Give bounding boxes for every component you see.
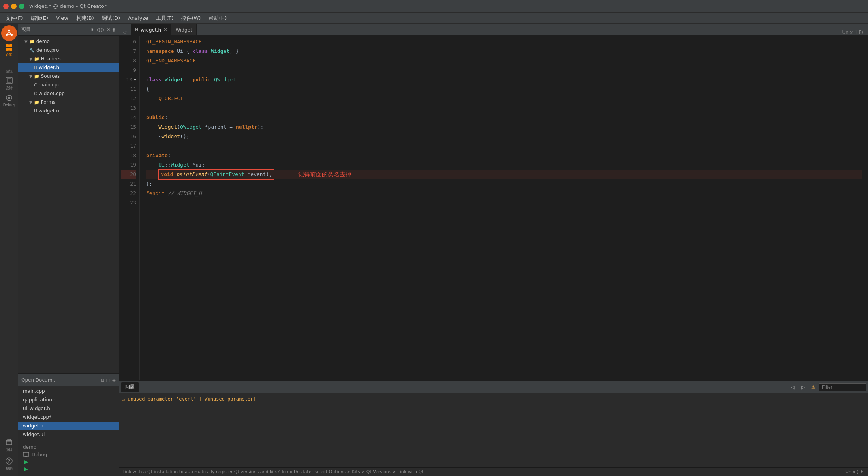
tab-issues[interactable]: 问题 — [121, 382, 139, 392]
sidebar-design[interactable]: 设计 — [1, 76, 17, 92]
menu-edit[interactable]: 编辑(E) — [27, 13, 52, 23]
ln-6: 6 — [121, 37, 136, 47]
menu-build[interactable]: 构建(B) — [72, 13, 98, 23]
ln-15: 15 — [121, 122, 136, 132]
code-line-10: class Widget : public QWidget — [146, 75, 862, 84]
ln-9: 9 — [121, 66, 136, 75]
sidebar-project[interactable]: 项目 — [1, 437, 17, 453]
menu-file[interactable]: 文件(F) — [2, 13, 27, 23]
code-line-11: { — [146, 84, 862, 94]
main-layout: 欢迎 编辑 设计 Debug 项目 ? 帮助 项目 — [0, 24, 868, 476]
svg-rect-4 — [6, 44, 9, 47]
warning-filter-btn[interactable]: ⚠ — [809, 383, 817, 392]
ln-13: 13 — [121, 103, 136, 113]
annotation-text: 记得前面的类名去掉 — [298, 170, 351, 179]
tree-item-sources[interactable]: ▼ 📁 Sources — [18, 72, 119, 81]
debug-section: demo Debug — [18, 443, 119, 474]
tree-item-forms[interactable]: ▼ 📁 Forms — [18, 98, 119, 107]
tree-label-main-cpp: main.cpp — [39, 82, 61, 88]
svg-point-14 — [8, 97, 10, 99]
tree-item-widget-h[interactable]: H widget.h — [18, 63, 119, 72]
menu-analyze[interactable]: Analyze — [124, 13, 152, 22]
tab-widget[interactable]: Widget — [171, 24, 196, 35]
minimize-button[interactable] — [11, 4, 17, 9]
open-docs-btn2[interactable]: □ — [106, 377, 110, 383]
svg-rect-19 — [23, 452, 29, 456]
sidebar-help[interactable]: ? 帮助 — [1, 456, 17, 472]
line-numbers: 6 7 8 9 10▼ 11 12 13 14 15 16 17 18 19 2… — [119, 36, 140, 380]
editor-content[interactable]: 6 7 8 9 10▼ 11 12 13 14 15 16 17 18 19 2… — [119, 36, 868, 380]
project-toolbar-btn5[interactable]: ◈ — [112, 27, 116, 32]
tree-label-sources: Sources — [41, 73, 60, 79]
ln-12: 12 — [121, 94, 136, 103]
tree-label-widget-cpp: widget.cpp — [39, 91, 65, 96]
warning-text: unused parameter 'event' [-Wunused-param… — [128, 396, 256, 402]
code-line-8: QT_END_NAMESPACE — [146, 56, 862, 66]
doc-item-main-cpp[interactable]: main.cpp — [18, 387, 119, 395]
ui-file-icon: U — [34, 109, 37, 114]
tree-label-forms: Forms — [41, 99, 55, 105]
ln-18: 18 — [121, 151, 136, 160]
open-docs-header: Open Docum... ⊠ □ ◈ — [18, 374, 119, 386]
open-docs-panel: Open Docum... ⊠ □ ◈ main.cpp qapplicatio… — [18, 373, 119, 476]
nav-forward-btn[interactable]: ▷ — [798, 383, 807, 392]
project-toolbar-btn3[interactable]: ▷ — [101, 27, 105, 32]
menu-view[interactable]: View — [52, 13, 72, 22]
project-header: 项目 ⊞ ◁ ▷ ⊠ ◈ — [18, 24, 119, 36]
tab-widget-h[interactable]: H widget.h ✕ — [131, 24, 171, 35]
open-docs-btn3[interactable]: ◈ — [112, 377, 116, 383]
debug-monitor[interactable]: Debug — [23, 452, 114, 458]
folder-icon: 📁 — [34, 74, 39, 79]
project-toolbar-btn4[interactable]: ⊠ — [107, 27, 111, 32]
tab-nav-back[interactable]: ◁ — [123, 29, 127, 35]
close-button[interactable] — [3, 4, 9, 9]
svg-rect-7 — [9, 48, 12, 51]
svg-text:?: ? — [8, 459, 10, 464]
menu-help[interactable]: 帮助(H) — [205, 13, 231, 23]
filter-input[interactable] — [819, 383, 866, 391]
project-toolbar-btn1[interactable]: ⊞ — [90, 27, 94, 32]
bottom-content: ⚠ unused parameter 'event' [-Wunused-par… — [119, 393, 868, 467]
issues-tab-label: 问题 — [125, 384, 135, 390]
open-docs-label: Open Docum... — [21, 377, 57, 383]
tree-item-demo[interactable]: ▼ 📁 demo — [18, 37, 119, 46]
run-btn[interactable] — [23, 459, 114, 465]
menu-debug[interactable]: 调试(D) — [98, 13, 124, 23]
tab-close-icon[interactable]: ✕ — [163, 27, 167, 32]
warning-icon: ⚠ — [122, 396, 125, 402]
tree-item-demo-pro[interactable]: 🔧 demo.pro — [18, 46, 119, 54]
bottom-toolbar: ◁ ▷ ⚠ — [788, 383, 866, 392]
doc-item-ui-widget[interactable]: ui_widget.h — [18, 404, 119, 413]
tree-item-widget-ui[interactable]: U widget.ui — [18, 107, 119, 115]
menu-controls[interactable]: 控件(W) — [177, 13, 205, 23]
doc-item-widget-h[interactable]: widget.h — [18, 422, 119, 430]
demo-label: demo — [23, 444, 114, 450]
tree-item-widget-cpp[interactable]: C widget.cpp — [18, 89, 119, 98]
nav-back-btn[interactable]: ◁ — [788, 383, 797, 392]
folder-icon: 📁 — [29, 39, 35, 44]
ln-10: 10▼ — [121, 75, 136, 84]
svg-rect-10 — [6, 66, 11, 66]
svg-marker-22 — [24, 467, 28, 472]
tree-item-main-cpp[interactable]: C main.cpp — [18, 81, 119, 89]
code-area[interactable]: QT_BEGIN_NAMESPACE namespace Ui { class … — [140, 36, 868, 380]
ubuntu-icon — [1, 25, 17, 41]
open-docs-btn1[interactable]: ⊠ — [100, 377, 104, 383]
sidebar-edit[interactable]: 编辑 — [1, 59, 17, 75]
debug-run-btn[interactable] — [23, 467, 114, 472]
folder-icon: 📁 — [34, 100, 39, 105]
menu-tools[interactable]: 工具(T) — [152, 13, 177, 23]
doc-item-qapplication[interactable]: qapplication.h — [18, 395, 119, 404]
code-line-19: Ui::Widget *ui; — [146, 160, 862, 170]
sidebar-welcome[interactable]: 欢迎 — [1, 43, 17, 58]
ln-22: 22 — [121, 189, 136, 198]
maximize-button[interactable] — [19, 4, 24, 9]
tree-item-headers[interactable]: ▼ 📁 Headers — [18, 54, 119, 63]
project-toolbar-btn2[interactable]: ◁ — [96, 27, 100, 32]
svg-rect-8 — [6, 62, 12, 62]
ln-16: 16 — [121, 132, 136, 141]
tab-widget-h-label: widget.h — [141, 27, 161, 33]
sidebar-debug[interactable]: Debug — [1, 92, 17, 108]
doc-item-widget-ui[interactable]: widget.ui — [18, 430, 119, 439]
doc-item-widget-cpp[interactable]: widget.cpp* — [18, 413, 119, 422]
